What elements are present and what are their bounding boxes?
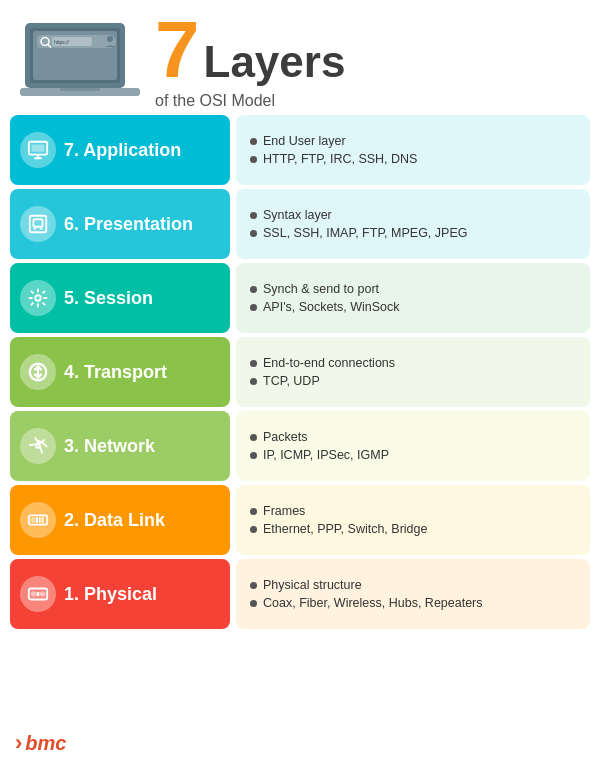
bullet-icon bbox=[250, 156, 257, 163]
layer-right-layer-6: Syntax layer SSL, SSH, IMAP, FTP, MPEG, … bbox=[236, 189, 590, 259]
layer-2-detail1: Frames bbox=[250, 504, 576, 518]
svg-point-28 bbox=[32, 592, 36, 596]
layer-row-7: 7. Application End User layer HTTP, FTP,… bbox=[10, 115, 590, 185]
layer-4-label: 4. Transport bbox=[64, 362, 167, 383]
layer-1-detail1: Physical structure bbox=[250, 578, 576, 592]
layer-7-detail1: End User layer bbox=[250, 134, 576, 148]
layer-left-layer-6: 6. Presentation bbox=[10, 189, 230, 259]
layer-4-icon bbox=[20, 354, 56, 390]
layer-5-detail1: Synch & send to port bbox=[250, 282, 576, 296]
layer-row-5: 5. Session Synch & send to port API's, S… bbox=[10, 263, 590, 333]
layer-3-detail2: IP, ICMP, IPSec, IGMP bbox=[250, 448, 576, 462]
layer-left-layer-3: 3. Network bbox=[10, 411, 230, 481]
title-sub: of the OSI Model bbox=[155, 92, 345, 110]
svg-text:https://: https:// bbox=[54, 39, 70, 45]
layer-1-label: 1. Physical bbox=[64, 584, 157, 605]
brand-name: bmc bbox=[25, 732, 66, 755]
bullet-icon bbox=[250, 286, 257, 293]
layer-3-detail1: Packets bbox=[250, 430, 576, 444]
bullet-icon bbox=[250, 360, 257, 367]
bullet-icon bbox=[250, 304, 257, 311]
svg-rect-13 bbox=[32, 145, 45, 152]
svg-point-18 bbox=[35, 295, 41, 301]
svg-point-29 bbox=[41, 592, 45, 596]
bullet-icon bbox=[250, 212, 257, 219]
layer-right-layer-1: Physical structure Coax, Fiber, Wireless… bbox=[236, 559, 590, 629]
layer-3-icon bbox=[20, 428, 56, 464]
layer-left-layer-1: 1. Physical bbox=[10, 559, 230, 629]
layer-row-1: 1. Physical Physical structure Coax, Fib… bbox=[10, 559, 590, 629]
layer-1-icon bbox=[20, 576, 56, 612]
bullet-icon bbox=[250, 508, 257, 515]
bmc-chevron-icon: › bbox=[15, 730, 22, 756]
bullet-icon bbox=[250, 600, 257, 607]
layer-5-icon bbox=[20, 280, 56, 316]
layer-row-6: 6. Presentation Syntax layer SSL, SSH, I… bbox=[10, 189, 590, 259]
layer-6-detail2: SSL, SSH, IMAP, FTP, MPEG, JPEG bbox=[250, 226, 576, 240]
svg-point-23 bbox=[32, 518, 36, 522]
bullet-icon bbox=[250, 452, 257, 459]
bullet-icon bbox=[250, 582, 257, 589]
bullet-icon bbox=[250, 230, 257, 237]
layer-row-4: 4. Transport End-to-end connections TCP,… bbox=[10, 337, 590, 407]
layer-4-detail1: End-to-end connections bbox=[250, 356, 576, 370]
bullet-icon bbox=[250, 526, 257, 533]
page-container: https:// 7 Layers of the OSI Model 7. Ap… bbox=[0, 0, 600, 764]
layer-6-detail1: Syntax layer bbox=[250, 208, 576, 222]
layer-3-label: 3. Network bbox=[64, 436, 155, 457]
layer-right-layer-4: End-to-end connections TCP, UDP bbox=[236, 337, 590, 407]
layer-row-3: 3. Network Packets IP, ICMP, IPSec, IGMP bbox=[10, 411, 590, 481]
layer-7-detail2: HTTP, FTP, IRC, SSH, DNS bbox=[250, 152, 576, 166]
layer-left-layer-4: 4. Transport bbox=[10, 337, 230, 407]
layer-left-layer-5: 5. Session bbox=[10, 263, 230, 333]
layer-left-layer-7: 7. Application bbox=[10, 115, 230, 185]
layer-right-layer-5: Synch & send to port API's, Sockets, Win… bbox=[236, 263, 590, 333]
layer-5-label: 5. Session bbox=[64, 288, 153, 309]
title-block: 7 Layers of the OSI Model bbox=[155, 10, 345, 110]
layer-right-layer-2: Frames Ethernet, PPP, Switch, Bridge bbox=[236, 485, 590, 555]
layer-7-label: 7. Application bbox=[64, 140, 181, 161]
header: https:// 7 Layers of the OSI Model bbox=[0, 0, 600, 115]
layer-right-layer-3: Packets IP, ICMP, IPSec, IGMP bbox=[236, 411, 590, 481]
layer-left-layer-2: 2. Data Link bbox=[10, 485, 230, 555]
layer-6-label: 6. Presentation bbox=[64, 214, 193, 235]
bullet-icon bbox=[250, 138, 257, 145]
svg-rect-14 bbox=[30, 216, 47, 233]
bmc-logo: › bmc bbox=[15, 730, 66, 756]
layer-4-detail2: TCP, UDP bbox=[250, 374, 576, 388]
footer: › bmc bbox=[0, 725, 600, 764]
layer-6-icon bbox=[20, 206, 56, 242]
layer-row-2: 2. Data Link Frames Ethernet, PPP, Switc… bbox=[10, 485, 590, 555]
layer-right-layer-7: End User layer HTTP, FTP, IRC, SSH, DNS bbox=[236, 115, 590, 185]
layer-7-icon bbox=[20, 132, 56, 168]
layer-2-label: 2. Data Link bbox=[64, 510, 165, 531]
title-number: 7 bbox=[155, 10, 200, 90]
bullet-icon bbox=[250, 434, 257, 441]
title-layers: Layers bbox=[204, 40, 346, 84]
svg-rect-15 bbox=[33, 219, 42, 226]
layer-1-detail2: Coax, Fiber, Wireless, Hubs, Repeaters bbox=[250, 596, 576, 610]
svg-point-9 bbox=[107, 36, 113, 42]
laptop-icon: https:// bbox=[15, 15, 145, 105]
layer-2-detail2: Ethernet, PPP, Switch, Bridge bbox=[250, 522, 576, 536]
layer-2-icon bbox=[20, 502, 56, 538]
svg-rect-11 bbox=[60, 88, 100, 91]
layers-section: 7. Application End User layer HTTP, FTP,… bbox=[0, 115, 600, 725]
layer-5-detail2: API's, Sockets, WinSock bbox=[250, 300, 576, 314]
bullet-icon bbox=[250, 378, 257, 385]
